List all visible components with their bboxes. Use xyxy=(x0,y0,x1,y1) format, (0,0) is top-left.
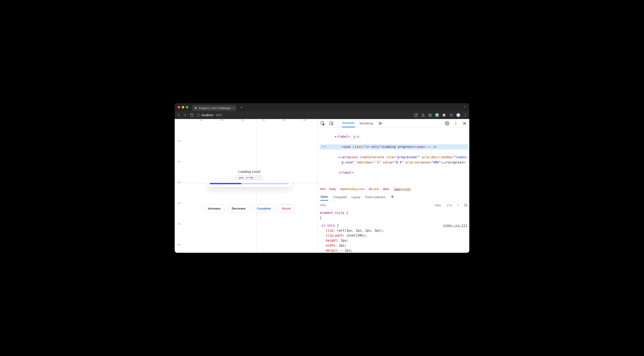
ruler-tick: 400 xyxy=(178,202,181,204)
address-bar[interactable]: i localhost:3000 xyxy=(197,113,222,117)
crumb-item-active[interactable]: span.sr-only xyxy=(393,187,412,192)
ruler-tick: 200 xyxy=(220,119,224,121)
share-icon[interactable] xyxy=(421,113,425,117)
crumb-item[interactable]: html xyxy=(320,187,325,192)
css-declaration[interactable]: clip: rect(1px, 1px, 1px, 1px); xyxy=(326,228,467,233)
ruler-tick: 200 xyxy=(178,160,181,163)
site-info-icon[interactable]: i xyxy=(197,113,200,117)
window-controls xyxy=(178,106,188,108)
styles-pane[interactable]: element.style { } .sr-only { index.css:1… xyxy=(318,209,469,253)
svg-point-3 xyxy=(465,114,466,114)
minimize-window-button[interactable] xyxy=(182,106,184,108)
crumb-item[interactable]: label xyxy=(383,187,389,192)
device-toggle-icon[interactable] xyxy=(329,121,334,126)
new-rule-icon[interactable]: ＋ xyxy=(454,201,462,209)
close-tab-icon[interactable]: × xyxy=(232,106,234,110)
back-icon[interactable] xyxy=(177,113,180,117)
ruler-tick: 500 xyxy=(282,119,286,121)
svg-point-11 xyxy=(456,123,456,124)
styles-filter-row: :hov .cls ＋ xyxy=(318,201,469,209)
elements-breadcrumb[interactable]: html body main#loading-zone div.card lab… xyxy=(318,186,469,193)
svg-marker-2 xyxy=(429,114,432,117)
favicon-icon xyxy=(194,107,197,109)
progress-track xyxy=(210,183,289,184)
elements-tree[interactable]: ▼<label>grid <span class="sr-only">Loadi… xyxy=(318,128,469,186)
more-tabs-icon[interactable] xyxy=(378,121,382,126)
extensions-puzzle-icon[interactable] xyxy=(442,113,446,117)
reload-icon[interactable] xyxy=(190,113,194,117)
css-declaration[interactable]: margin: ▸-1px; xyxy=(326,248,467,253)
reading-list-icon[interactable] xyxy=(450,113,453,117)
css-declaration[interactable]: width: 1px; xyxy=(326,243,467,248)
ruler-tick: 600 xyxy=(178,244,181,246)
ruler-tick: 300 xyxy=(241,119,244,121)
close-window-button[interactable] xyxy=(178,106,180,108)
element-inspect-tooltip: span.sr-only 1 × 1 xyxy=(236,175,262,180)
devtools-tabbar: Elements Rendering xyxy=(318,119,469,128)
open-external-icon[interactable] xyxy=(414,113,418,117)
ruler-horizontal: 100 200 300 400 500 600 xyxy=(181,119,318,122)
content-area: 100 200 300 400 500 600 100 200 300 400 … xyxy=(175,119,469,253)
browser-tab[interactable]: Progress | GUI Challenges × xyxy=(192,105,236,111)
crumb-item[interactable]: main#loading-zone xyxy=(340,187,364,192)
devtools-panel: Elements Rendering ▼<label>grid <span cl… xyxy=(318,119,469,253)
devtools-settings-icon[interactable] xyxy=(445,121,450,126)
grid-badge[interactable]: grid xyxy=(351,135,361,139)
devtools-close-icon[interactable] xyxy=(462,121,467,126)
complete-button[interactable]: Complete xyxy=(253,204,275,213)
url-port: :3000 xyxy=(215,113,222,117)
hov-toggle[interactable]: :hov xyxy=(432,201,443,209)
ruler-tick: 600 xyxy=(303,119,306,121)
more-styles-tabs-icon[interactable] xyxy=(390,195,394,199)
new-tab-button[interactable]: ＋ xyxy=(240,105,243,110)
devtools-menu-icon[interactable] xyxy=(454,121,458,126)
tab-rendering[interactable]: Rendering xyxy=(359,120,374,127)
tab-elements[interactable]: Elements xyxy=(342,119,355,127)
rule-selector[interactable]: .sr-only xyxy=(320,224,335,227)
browser-window: Progress | GUI Challenges × ＋ i localhos… xyxy=(175,103,469,253)
svg-rect-15 xyxy=(464,204,467,206)
increase-button[interactable]: Increase xyxy=(204,204,224,213)
reset-button[interactable]: Reset xyxy=(278,204,294,213)
ruler-vertical: 100 200 300 400 500 600 xyxy=(175,122,181,253)
rule-source-link[interactable]: index.css:111 xyxy=(443,223,467,228)
crumb-item[interactable]: body xyxy=(330,187,336,192)
page-stage: Loading Level span.sr-only 1 × 1 Increas… xyxy=(181,122,318,253)
css-declaration[interactable]: clip-path: inset(50%); xyxy=(326,233,467,238)
styles-tabbar: Styles Computed Layout Event Listeners xyxy=(318,193,469,201)
tab-listeners[interactable]: Event Listeners xyxy=(365,194,386,201)
element-style-selector: element.style xyxy=(320,211,344,215)
page-viewport: 100 200 300 400 500 600 100 200 300 400 … xyxy=(175,119,318,253)
svg-point-5 xyxy=(465,116,466,116)
tab-title: Progress | GUI Challenges xyxy=(199,107,231,110)
bookmark-star-icon[interactable] xyxy=(428,113,432,117)
svg-point-4 xyxy=(465,115,466,115)
extension-icon[interactable] xyxy=(435,113,439,117)
ruler-tick: 400 xyxy=(262,119,265,121)
titlebar: Progress | GUI Challenges × ＋ xyxy=(175,103,469,111)
maximize-window-button[interactable] xyxy=(186,106,188,108)
tooltip-tag: span xyxy=(238,176,244,179)
progress-bar-fill xyxy=(210,183,242,184)
tabs-overflow-icon[interactable] xyxy=(463,105,466,109)
ruler-tick: 500 xyxy=(178,223,181,225)
forward-icon[interactable] xyxy=(184,113,187,117)
tooltip-class: .sr-only xyxy=(245,176,253,179)
tab-layout[interactable]: Layout xyxy=(352,194,360,201)
ruler-tick: 100 xyxy=(178,140,181,142)
page-heading: Loading Level xyxy=(238,170,260,174)
svg-point-1 xyxy=(195,108,196,109)
crumb-item[interactable]: div.card xyxy=(369,187,379,192)
tab-styles[interactable]: Styles xyxy=(320,193,328,201)
cls-toggle[interactable]: .cls xyxy=(443,201,454,209)
styles-pane-toggle-icon[interactable] xyxy=(462,201,469,209)
inspect-element-icon[interactable] xyxy=(320,121,325,126)
profile-avatar[interactable] xyxy=(456,113,460,117)
svg-point-10 xyxy=(456,121,456,122)
tab-computed[interactable]: Computed xyxy=(333,194,347,201)
decrease-button[interactable]: Decrease xyxy=(228,204,250,213)
button-row: Increase Decrease Complete Reset xyxy=(204,204,294,213)
css-declaration[interactable]: height: 1px; xyxy=(326,238,467,243)
browser-menu-icon[interactable] xyxy=(464,113,467,117)
styles-filter-input[interactable] xyxy=(318,204,432,207)
